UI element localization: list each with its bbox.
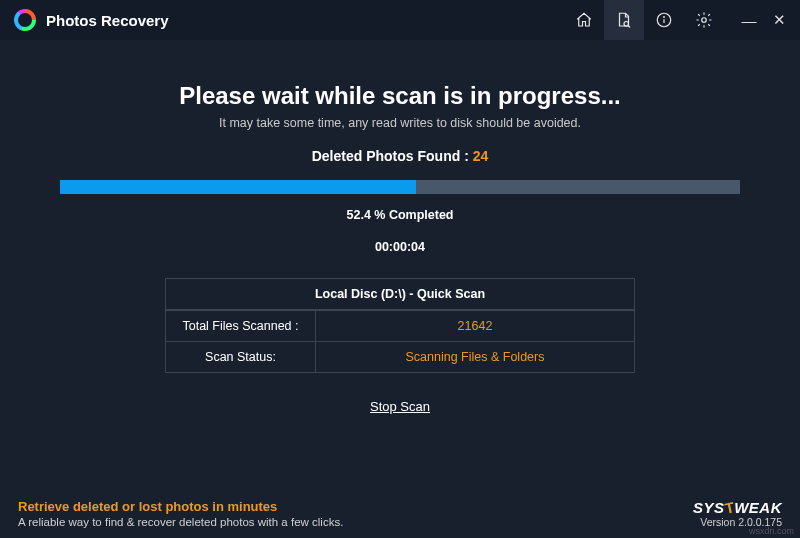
progress-text: 52.4 % Completed xyxy=(0,208,800,222)
gear-icon xyxy=(695,11,713,29)
tagline-desc: A reliable way to find & recover deleted… xyxy=(18,516,343,528)
footer-left: Retrieve deleted or lost photos in minut… xyxy=(18,499,343,528)
elapsed-time: 00:00:04 xyxy=(0,240,800,254)
main-content: Please wait while scan is in progress...… xyxy=(0,40,800,415)
settings-button[interactable] xyxy=(684,0,724,40)
scan-info-header: Local Disc (D:\) - Quick Scan xyxy=(166,279,634,310)
app-logo-icon xyxy=(14,9,36,31)
footer: Retrieve deleted or lost photos in minut… xyxy=(0,499,800,538)
minimize-button[interactable]: — xyxy=(734,0,764,40)
row-key: Total Files Scanned : xyxy=(166,311,316,341)
found-count: 24 xyxy=(473,148,489,164)
table-row: Scan Status: Scanning Files & Folders xyxy=(166,341,634,372)
progress-fill xyxy=(60,180,416,194)
watermark: wsxdn.com xyxy=(749,526,794,536)
tagline: Retrieve deleted or lost photos in minut… xyxy=(18,499,343,514)
svg-point-3 xyxy=(664,17,665,18)
stop-scan-link[interactable]: Stop Scan xyxy=(370,399,430,414)
info-icon xyxy=(655,11,673,29)
scan-info-table: Local Disc (D:\) - Quick Scan Total File… xyxy=(165,278,635,373)
svg-point-4 xyxy=(702,18,707,23)
document-search-icon xyxy=(615,11,633,29)
titlebar: Photos Recovery — ✕ xyxy=(0,0,800,40)
footer-right: SYSTWEAK Version 2.0.0.175 xyxy=(693,499,782,528)
row-value: Scanning Files & Folders xyxy=(316,342,634,372)
row-key: Scan Status: xyxy=(166,342,316,372)
page-heading: Please wait while scan is in progress... xyxy=(0,82,800,110)
window-controls: — ✕ xyxy=(734,0,794,40)
app-title: Photos Recovery xyxy=(46,12,169,29)
scan-button[interactable] xyxy=(604,0,644,40)
close-button[interactable]: ✕ xyxy=(764,0,794,40)
row-value: 21642 xyxy=(316,311,634,341)
table-row: Total Files Scanned : 21642 xyxy=(166,310,634,341)
home-icon xyxy=(575,11,593,29)
progress-bar xyxy=(60,180,740,194)
brand-logo: SYSTWEAK xyxy=(693,499,782,516)
page-subheading: It may take some time, any read writes t… xyxy=(0,116,800,130)
svg-point-0 xyxy=(624,22,629,27)
found-label: Deleted Photos Found : xyxy=(312,148,473,164)
home-button[interactable] xyxy=(564,0,604,40)
about-button[interactable] xyxy=(644,0,684,40)
nav-bar xyxy=(564,0,724,40)
found-line: Deleted Photos Found : 24 xyxy=(0,148,800,164)
